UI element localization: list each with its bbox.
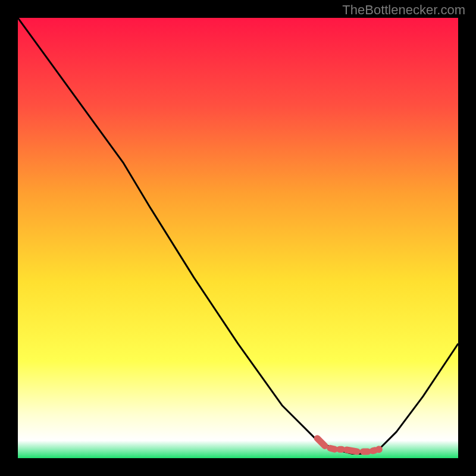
chart-container: TheBottlenecker.com: [0, 0, 476, 476]
chart-svg: [18, 18, 458, 458]
watermark-text: TheBottlenecker.com: [342, 2, 465, 18]
chart-background: [18, 18, 458, 458]
optimal-end-dot: [375, 446, 383, 453]
chart-plot-area: [18, 18, 458, 458]
